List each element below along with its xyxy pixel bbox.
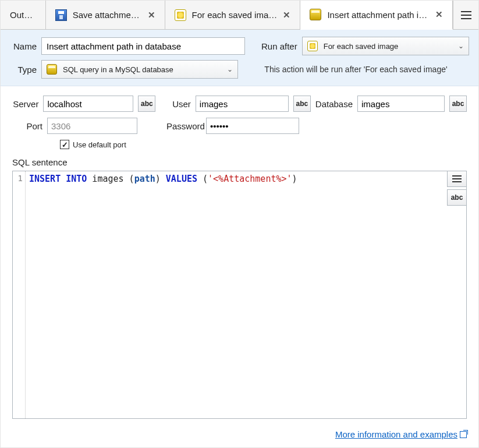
connection-params: Server abc User abc Database abc Port Pa… <box>1 86 478 154</box>
run-after-label: Run after <box>261 41 297 51</box>
run-after-select[interactable]: For each saved image ⌄ <box>302 37 469 55</box>
chevron-down-icon: ⌄ <box>227 65 233 73</box>
port-label: Port <box>12 121 42 131</box>
editor-menu-button[interactable] <box>447 171 467 187</box>
disk-icon <box>55 9 67 21</box>
line-gutter: 1 <box>13 171 26 418</box>
name-input[interactable] <box>41 37 245 55</box>
name-label: Name <box>10 41 37 51</box>
use-default-port-checkbox[interactable]: ✓ <box>60 140 69 149</box>
use-default-port-label: Use default port <box>73 140 126 149</box>
type-label: Type <box>10 65 37 75</box>
run-after-value: For each saved image <box>324 42 399 51</box>
tab-label: For each saved image <box>192 10 278 20</box>
db-icon <box>47 64 57 75</box>
editor-vars-button[interactable]: abc <box>447 189 467 206</box>
type-value: SQL query in a MySQL database <box>63 65 173 74</box>
database-vars-button[interactable]: abc <box>449 96 467 112</box>
sql-title: SQL sentence <box>12 157 467 167</box>
tab-insert-attachment[interactable]: Insert attachment path in d ✕ <box>300 1 453 30</box>
tab-label: Output <box>10 10 36 20</box>
type-select[interactable]: SQL query in a MySQL database ⌄ <box>41 60 238 79</box>
user-input[interactable] <box>196 96 289 112</box>
close-icon[interactable]: ✕ <box>283 10 290 20</box>
loop-icon <box>307 41 318 51</box>
password-input[interactable] <box>206 118 299 134</box>
tab-foreach-image[interactable]: For each saved image ✕ <box>165 1 301 29</box>
run-after-hint: This action will be run after 'For each … <box>243 65 469 74</box>
tab-label: Save attachments <box>73 10 142 20</box>
port-input <box>47 118 137 134</box>
server-vars-button[interactable]: abc <box>138 96 155 112</box>
footer: More information and examples <box>1 425 478 447</box>
external-link-icon <box>460 431 467 438</box>
tab-save-attachments[interactable]: Save attachments ✕ <box>46 1 165 29</box>
tab-bar: Output Save attachments ✕ For each saved… <box>1 1 478 30</box>
more-info-link[interactable]: More information and examples <box>335 429 467 439</box>
db-icon <box>310 9 321 20</box>
tab-label: Insert attachment path in d <box>327 10 430 20</box>
chevron-down-icon: ⌄ <box>458 42 464 50</box>
sql-code[interactable]: INSERT INTO images (path) VALUES ('<%Att… <box>26 171 466 418</box>
password-label: Password <box>166 121 201 131</box>
loop-icon <box>175 9 186 21</box>
close-icon[interactable]: ✕ <box>435 9 443 20</box>
database-label: Database <box>315 99 353 109</box>
server-input[interactable] <box>43 96 133 112</box>
user-vars-button[interactable]: abc <box>293 96 311 112</box>
tabs-overflow-button[interactable] <box>453 1 478 29</box>
tab-output[interactable]: Output <box>1 1 46 29</box>
user-label: User <box>160 99 190 109</box>
database-input[interactable] <box>357 96 445 112</box>
action-header: Name Run after For each saved image ⌄ Ty… <box>1 30 478 86</box>
server-label: Server <box>12 99 38 109</box>
close-icon[interactable]: ✕ <box>148 10 155 20</box>
sql-editor[interactable]: 1 INSERT INTO images (path) VALUES ('<%A… <box>12 171 467 419</box>
sql-section: SQL sentence 1 INSERT INTO images (path)… <box>1 154 478 425</box>
